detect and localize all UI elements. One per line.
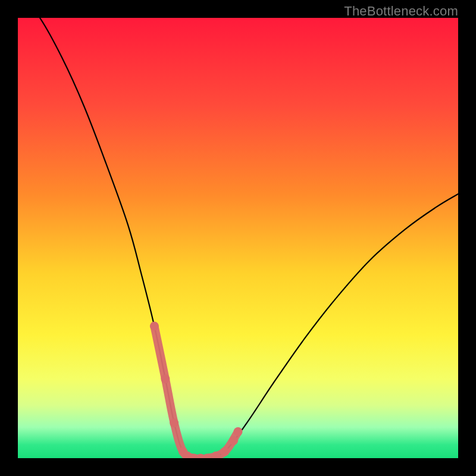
highlight-segment bbox=[154, 326, 238, 458]
highlight-dot bbox=[150, 322, 159, 331]
curve-layer bbox=[18, 18, 458, 458]
highlight-dot bbox=[161, 374, 170, 383]
watermark-text: TheBottleneck.com bbox=[344, 4, 458, 19]
bottleneck-curve bbox=[18, 18, 458, 458]
highlight-dot bbox=[234, 427, 243, 436]
highlight-dot bbox=[220, 447, 229, 456]
chart-frame: TheBottleneck.com bbox=[0, 0, 476, 476]
plot-area bbox=[18, 18, 458, 458]
highlight-dot bbox=[170, 418, 178, 427]
highlight-dot bbox=[229, 436, 238, 445]
